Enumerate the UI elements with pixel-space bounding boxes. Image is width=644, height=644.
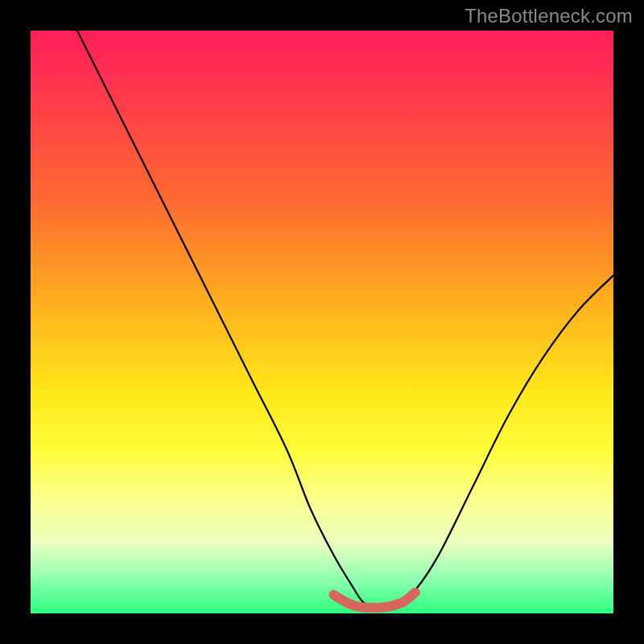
main-curve xyxy=(77,31,613,609)
chart-frame: TheBottleneck.com xyxy=(0,0,644,644)
plot-area xyxy=(31,31,613,613)
watermark-text: TheBottleneck.com xyxy=(464,5,633,27)
overlay-curve xyxy=(333,592,415,608)
curves-svg xyxy=(31,31,613,613)
